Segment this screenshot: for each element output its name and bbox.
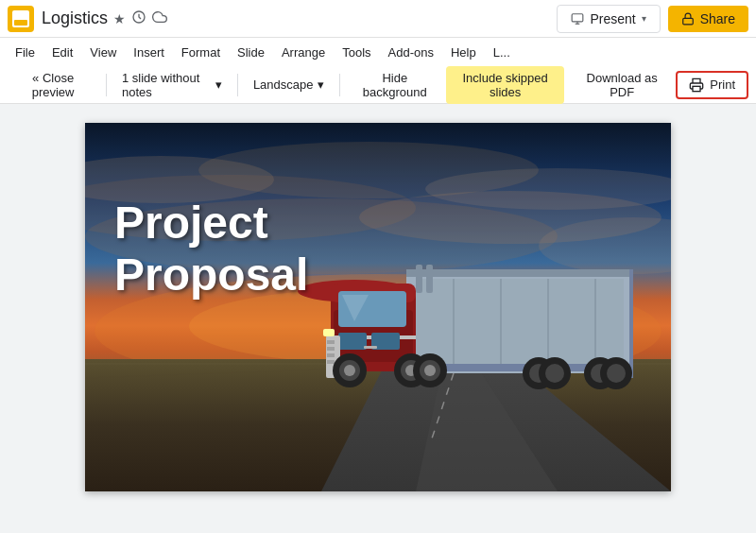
menu-insert[interactable]: Insert	[126, 42, 172, 63]
toolbar-divider-1	[106, 74, 107, 96]
svg-point-58	[424, 365, 436, 376]
include-skipped-label: Include skipped slides	[462, 71, 547, 99]
menu-view[interactable]: View	[82, 42, 124, 63]
download-pdf-button[interactable]: Download as PDF	[572, 66, 672, 104]
menu-file[interactable]: File	[8, 42, 43, 63]
svg-rect-48	[416, 265, 422, 293]
landscape-label: Landscape	[253, 77, 314, 92]
close-preview-button[interactable]: « Close preview	[8, 66, 98, 104]
slide-title-line2: Proposal	[114, 249, 308, 300]
include-skipped-button[interactable]: Include skipped slides	[446, 66, 564, 104]
svg-rect-44	[327, 347, 335, 351]
slide-clouds-svg	[85, 123, 671, 491]
print-label: Print	[710, 77, 735, 92]
share-label: Share	[700, 11, 735, 26]
menu-arrange[interactable]: Arrange	[274, 42, 333, 63]
app-title: Logistics	[42, 9, 108, 28]
svg-point-62	[545, 364, 564, 383]
present-label: Present	[590, 11, 635, 26]
slide-title-line1: Project	[114, 198, 268, 248]
svg-rect-41	[364, 346, 377, 349]
svg-rect-49	[426, 265, 433, 293]
svg-rect-46	[327, 360, 335, 364]
app-icon	[8, 6, 34, 32]
history-icon[interactable]	[131, 9, 146, 27]
svg-rect-39	[338, 333, 367, 350]
toolbar-divider-2	[237, 74, 238, 96]
toolbar-divider-3	[339, 74, 340, 96]
title-right: Present ▾ Share	[557, 5, 748, 33]
present-button[interactable]: Present ▾	[557, 5, 660, 33]
hide-background-button[interactable]: Hide background	[347, 66, 442, 104]
toolbar: « Close preview 1 slide without notes ▾ …	[0, 66, 756, 104]
svg-rect-24	[416, 279, 624, 364]
menu-slide[interactable]: Slide	[230, 42, 272, 63]
menu-addons[interactable]: Add-ons	[381, 42, 441, 63]
share-button[interactable]: Share	[668, 6, 748, 32]
menu-more[interactable]: L...	[486, 42, 518, 63]
svg-rect-47	[323, 329, 335, 336]
slide-preview: Project Proposal	[85, 123, 671, 491]
title-icons: ★	[113, 9, 167, 27]
close-preview-label: « Close preview	[17, 71, 89, 99]
slides-chevron: ▾	[215, 77, 222, 92]
slide-title: Project Proposal	[114, 197, 378, 301]
cloud-icon[interactable]	[152, 9, 167, 27]
print-button[interactable]: Print	[676, 71, 748, 99]
svg-rect-29	[629, 269, 633, 378]
slides-dropdown[interactable]: 1 slide without notes ▾	[114, 66, 230, 104]
menu-bar: File Edit View Insert Format Slide Arran…	[0, 38, 756, 66]
svg-rect-43	[327, 340, 335, 344]
svg-rect-1	[573, 13, 584, 21]
present-chevron: ▾	[642, 13, 646, 24]
download-label: Download as PDF	[581, 71, 662, 99]
svg-point-52	[344, 365, 355, 376]
slides-label: 1 slide without notes	[122, 71, 212, 99]
svg-rect-4	[682, 18, 693, 24]
title-bar: Logistics ★ Present ▾ Share	[0, 0, 756, 38]
main-content: Project Proposal	[0, 104, 756, 533]
star-icon[interactable]: ★	[113, 11, 126, 26]
svg-rect-5	[693, 86, 700, 91]
menu-edit[interactable]: Edit	[44, 42, 80, 63]
menu-format[interactable]: Format	[174, 42, 228, 63]
svg-rect-23	[406, 269, 633, 277]
svg-point-66	[607, 364, 626, 383]
landscape-chevron: ▾	[318, 77, 324, 92]
menu-tools[interactable]: Tools	[335, 42, 378, 63]
svg-rect-45	[327, 353, 335, 357]
print-icon	[689, 77, 704, 93]
slide-text-container: Project Proposal	[114, 197, 378, 301]
hide-background-label: Hide background	[356, 71, 433, 99]
slide-panel: Project Proposal	[0, 104, 756, 533]
menu-help[interactable]: Help	[443, 42, 484, 63]
landscape-button[interactable]: Landscape ▾	[246, 73, 332, 96]
